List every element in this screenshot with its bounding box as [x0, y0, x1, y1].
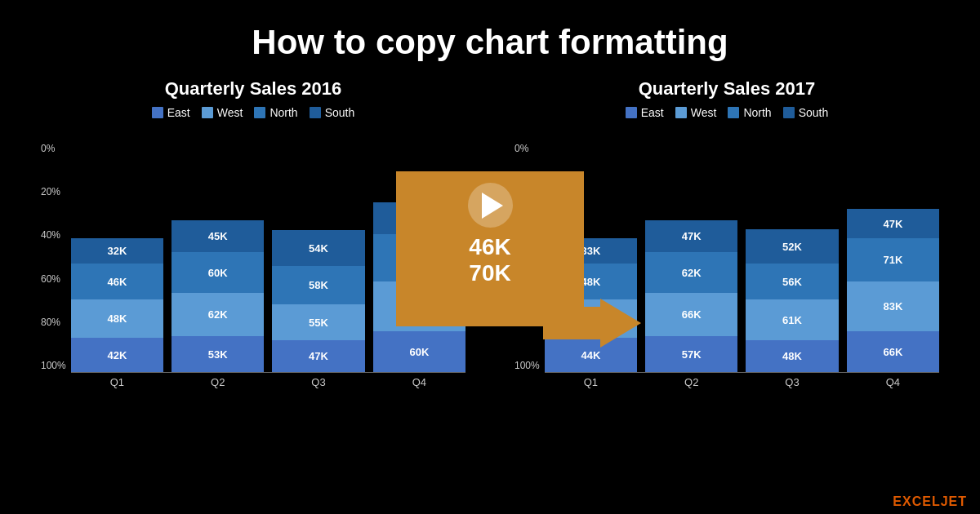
legend-west-2017: West: [675, 106, 717, 119]
bar-group-Q3: 47K55K58K54K: [272, 127, 364, 372]
page-title: How to copy chart formatting: [0, 0, 980, 78]
legend-north-box-2016: [254, 107, 265, 118]
chart-2017-title: Quarterly Sales 2017: [639, 78, 815, 100]
bar-segment-Q3-3: 52K: [746, 229, 838, 264]
legend-south-label-2016: South: [325, 106, 355, 119]
bar-segment-Q4-0: 66K: [847, 331, 939, 372]
play-triangle-icon: [482, 193, 503, 219]
bar-segment-Q2-1: 62K: [172, 293, 264, 336]
bar-segment-Q4-1: 83K: [847, 281, 939, 331]
bar-segment-Q4-0: 60K: [373, 331, 466, 372]
x-label-Q4: Q4: [373, 376, 466, 388]
watermark: EXCELJET: [893, 494, 967, 509]
legend-north-2017: North: [728, 106, 771, 119]
x-label-Q4: Q4: [847, 376, 939, 388]
legend-east-2017: East: [626, 106, 664, 119]
bar-segment-Q3-2: 56K: [746, 264, 838, 299]
chart-2017-xlabels: Q1Q2Q3Q4: [545, 376, 939, 388]
overlay-value2: 70K: [469, 260, 510, 286]
play-button[interactable]: [468, 183, 513, 228]
bar-group-Q4: 66K83K71K47K: [847, 127, 939, 372]
bar-segment-Q1-0: 42K: [71, 338, 163, 372]
bar-segment-Q1-1: 48K: [71, 299, 163, 338]
charts-container: Quarterly Sales 2016 East West North Sou…: [0, 78, 980, 388]
legend-south-2016: South: [310, 106, 355, 119]
x-label-Q1: Q1: [71, 376, 163, 388]
svg-marker-0: [543, 299, 641, 348]
chart-2017-legend: East West North South: [626, 106, 828, 119]
legend-east-label-2016: East: [167, 106, 190, 119]
legend-north-box-2017: [728, 107, 739, 118]
bar-segment-Q2-2: 60K: [172, 252, 264, 293]
legend-north-2016: North: [254, 106, 297, 119]
arrow-right-icon: [543, 299, 641, 351]
bar-segment-Q2-1: 66K: [645, 293, 737, 336]
legend-east-label-2017: East: [641, 106, 664, 119]
overlay-box: 46K 70K: [396, 171, 584, 326]
legend-east-box-2017: [626, 107, 637, 118]
bar-segment-Q4-2: 71K: [847, 238, 939, 281]
chart-2016-legend: East West North South: [152, 106, 354, 119]
chart-2016-title: Quarterly Sales 2016: [165, 78, 341, 100]
play-overlay[interactable]: 46K 70K: [396, 171, 584, 326]
legend-north-label-2016: North: [270, 106, 297, 119]
bar-segment-Q2-0: 57K: [645, 336, 737, 372]
bar-segment-Q2-2: 62K: [645, 252, 737, 293]
legend-west-2016: West: [202, 106, 243, 119]
bar-group-Q2: 53K62K60K45K: [172, 127, 264, 372]
chart-2016-xlabels: Q1Q2Q3Q4: [71, 376, 466, 388]
bar-segment-Q2-3: 45K: [172, 220, 264, 252]
legend-south-label-2017: South: [799, 106, 829, 119]
legend-south-2017: South: [783, 106, 829, 119]
bar-segment-Q2-0: 53K: [172, 336, 264, 372]
chart-2016-xaxis-line: [71, 372, 466, 373]
legend-east-2016: East: [152, 106, 190, 119]
bar-segment-Q3-3: 54K: [272, 230, 364, 266]
bar-group-Q3: 48K61K56K52K: [746, 127, 838, 372]
legend-north-label-2017: North: [743, 106, 771, 119]
legend-west-label-2016: West: [217, 106, 243, 119]
legend-west-box-2017: [675, 107, 687, 118]
legend-east-box-2016: [152, 107, 163, 118]
chart-2017-xaxis-line: [545, 372, 939, 373]
x-label-Q1: Q1: [545, 376, 637, 388]
x-label-Q3: Q3: [746, 376, 838, 388]
bar-group-Q2: 57K66K62K47K: [645, 127, 737, 372]
x-label-Q3: Q3: [272, 376, 364, 388]
bar-segment-Q3-2: 58K: [272, 266, 364, 304]
x-label-Q2: Q2: [645, 376, 737, 388]
bar-segment-Q1-3: 32K: [71, 238, 163, 264]
bar-segment-Q3-1: 61K: [746, 299, 838, 340]
legend-west-box-2016: [202, 107, 213, 118]
legend-west-label-2017: West: [691, 106, 717, 119]
bar-segment-Q4-3: 47K: [847, 209, 939, 238]
bar-segment-Q3-0: 48K: [746, 340, 838, 372]
bar-segment-Q1-2: 46K: [71, 264, 163, 299]
legend-south-box-2017: [783, 107, 795, 118]
bar-segment-Q2-3: 47K: [645, 220, 737, 252]
overlay-value1: 46K: [469, 234, 510, 260]
bar-segment-Q3-1: 55K: [272, 304, 364, 340]
chart-2016-yaxis: 100% 80% 60% 40% 20% 0%: [41, 144, 66, 388]
bar-group-Q1: 42K48K46K32K: [71, 127, 163, 372]
legend-south-box-2016: [310, 107, 321, 118]
bar-segment-Q3-0: 47K: [272, 340, 364, 372]
x-label-Q2: Q2: [172, 376, 264, 388]
